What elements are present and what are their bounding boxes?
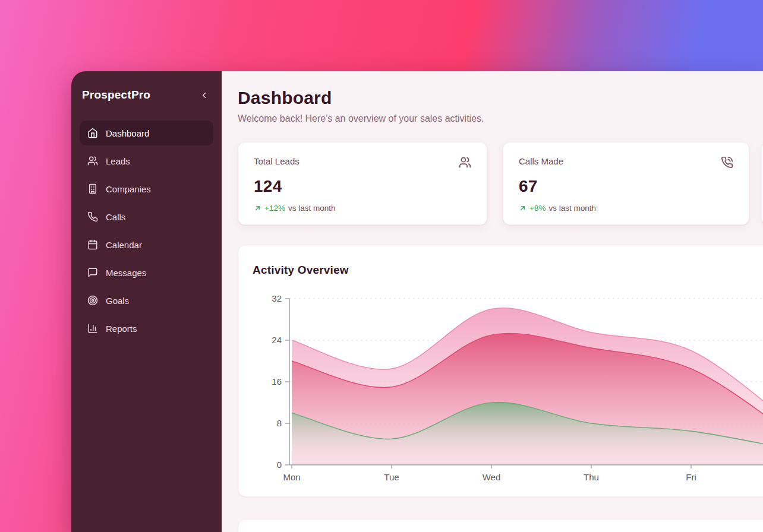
stat-trend: +8% vs last month [519,204,733,213]
svg-text:Tue: Tue [384,472,399,482]
svg-text:Wed: Wed [483,472,501,482]
stats-row: Total Leads 124 +12% vs last month Calls… [238,142,763,225]
phone-icon [87,211,98,222]
arrow-up-right-icon [254,204,261,212]
app-window: ProspectPro Dashboard Leads Companies [71,71,763,532]
sidebar-collapse-button[interactable] [197,88,211,102]
page-subtitle: Welcome back! Here's an overview of your… [238,113,763,124]
partial-card-bottom [238,519,763,532]
sidebar-item-dashboard[interactable]: Dashboard [80,121,213,145]
building-icon [87,183,98,194]
svg-text:24: 24 [272,335,282,345]
stat-value: 124 [254,177,471,196]
sidebar-item-label: Calls [106,212,125,222]
stat-card-calls-made: Calls Made 67 +8% vs last month [503,142,749,225]
activity-overview-card: Activity Overview 08162432MonTueWedThuFr… [238,245,763,497]
stat-label: Total Leads [254,156,299,166]
sidebar-item-messages[interactable]: Messages [80,260,213,285]
stat-label: Calls Made [519,156,563,166]
sidebar-item-label: Messages [106,268,146,278]
target-icon [87,295,98,306]
svg-text:0: 0 [277,460,282,470]
sidebar-item-goals[interactable]: Goals [80,288,213,313]
bar-chart-icon [87,323,98,334]
trend-note: vs last month [548,204,596,213]
sidebar-item-label: Reports [106,324,137,334]
phone-call-icon [721,156,733,171]
svg-text:Thu: Thu [584,472,599,482]
sidebar-item-label: Calendar [106,240,142,250]
sidebar-item-leads[interactable]: Leads [80,148,213,173]
trend-note: vs last month [288,204,336,213]
svg-text:32: 32 [272,293,282,303]
svg-text:Mon: Mon [283,472,300,482]
stat-trend: +12% vs last month [254,204,471,213]
home-icon [87,128,98,138]
sidebar-item-calendar[interactable]: Calendar [80,232,213,257]
sidebar-item-companies[interactable]: Companies [80,176,213,201]
arrow-up-right-icon [519,204,526,212]
stat-card-total-leads: Total Leads 124 +12% vs last month [238,142,487,225]
sidebar-item-label: Leads [106,156,130,166]
app-logo: ProspectPro [82,88,150,102]
sidebar-item-label: Companies [106,184,151,194]
activity-overview-chart: 08162432MonTueWedThuFri [238,245,763,498]
main-content: Dashboard Welcome back! Here's an overvi… [222,71,763,532]
chevron-left-icon [200,91,209,100]
stat-value: 67 [519,177,733,196]
sidebar-item-calls[interactable]: Calls [80,204,213,229]
page-title: Dashboard [238,88,763,108]
sidebar-item-reports[interactable]: Reports [80,316,213,341]
users-icon [459,156,471,171]
sidebar-header: ProspectPro [80,87,213,103]
message-square-icon [87,267,98,278]
trend-percent: +8% [529,204,546,213]
trend-percent: +12% [264,204,285,213]
sidebar-nav: Dashboard Leads Companies Calls Calendar… [80,121,213,341]
sidebar-item-label: Goals [106,296,129,306]
svg-text:Fri: Fri [686,472,696,482]
svg-text:16: 16 [272,376,282,387]
sidebar: ProspectPro Dashboard Leads Companies [71,71,222,532]
calendar-icon [87,239,98,250]
svg-text:8: 8 [277,418,282,428]
users-icon [87,156,98,166]
sidebar-item-label: Dashboard [106,128,149,138]
